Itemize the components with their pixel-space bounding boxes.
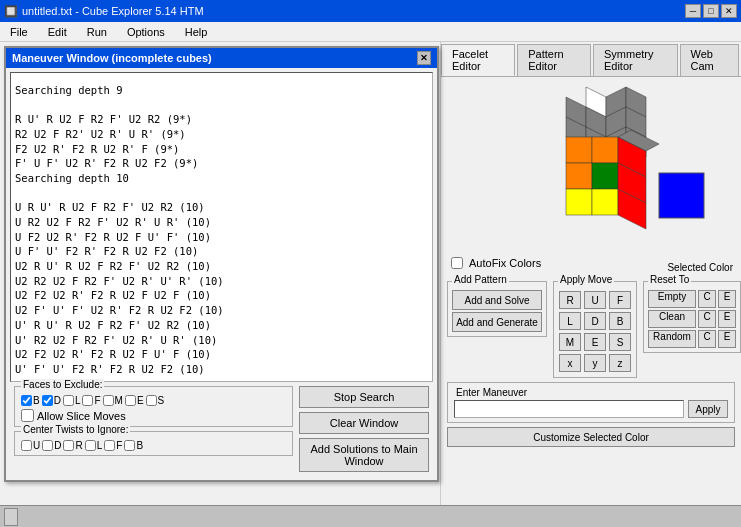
cb-m: M <box>103 395 123 406</box>
reset-clean-c[interactable]: C <box>698 310 716 328</box>
maneuver-log-area[interactable]: Using D-Face accelerator table.computati… <box>10 72 433 382</box>
selected-color-label-area: Selected Color <box>667 262 733 273</box>
cb-l-input[interactable] <box>63 395 74 406</box>
main-content: Maneuver Window (incomplete cubes) ✕ Usi… <box>0 42 741 527</box>
cc-u-input[interactable] <box>21 440 32 451</box>
tab-web-cam[interactable]: Web Cam <box>680 44 739 76</box>
allow-slice-label: Allow Slice Moves <box>37 410 126 422</box>
cb-d-input[interactable] <box>42 395 53 406</box>
window-title: untitled.txt - Cube Explorer 5.14 HTM <box>22 5 204 17</box>
reset-empty-e[interactable]: E <box>718 290 736 308</box>
cb-e-input[interactable] <box>125 395 136 406</box>
move-r[interactable]: R <box>559 291 581 309</box>
move-m[interactable]: M <box>559 333 581 351</box>
maneuver-window-title: Maneuver Window (incomplete cubes) <box>12 52 212 64</box>
cb-l: L <box>63 395 81 406</box>
move-u[interactable]: U <box>584 291 606 309</box>
reset-empty-btn[interactable]: Empty <box>648 290 696 308</box>
cb-b-input[interactable] <box>21 395 32 406</box>
reset-clean-btn[interactable]: Clean <box>648 310 696 328</box>
move-b[interactable]: B <box>609 312 631 330</box>
tab-symmetry-editor[interactable]: Symmetry Editor <box>593 44 678 76</box>
cc-b: B <box>124 440 143 451</box>
add-and-generate-button[interactable]: Add and Generate <box>452 312 542 332</box>
cc-d-input[interactable] <box>42 440 53 451</box>
menu-edit[interactable]: Edit <box>42 24 73 40</box>
cube-visual-area: AutoFix Colors Selected Color <box>441 77 741 277</box>
cc-b-input[interactable] <box>124 440 135 451</box>
allow-slice-input[interactable] <box>21 409 34 422</box>
reset-random-e[interactable]: E <box>718 330 736 348</box>
cc-d: D <box>42 440 61 451</box>
move-x[interactable]: x <box>559 354 581 372</box>
cb-s-input[interactable] <box>146 395 157 406</box>
cc-r-label: R <box>75 440 82 451</box>
maneuver-window-close[interactable]: ✕ <box>417 51 431 65</box>
cc-f-label: F <box>116 440 122 451</box>
maneuver-text-input[interactable] <box>454 400 684 418</box>
add-and-solve-button[interactable]: Add and Solve <box>452 290 542 310</box>
cb-l-label: L <box>75 395 81 406</box>
cc-f-input[interactable] <box>104 440 115 451</box>
move-z[interactable]: z <box>609 354 631 372</box>
cb-m-input[interactable] <box>103 395 114 406</box>
menu-file[interactable]: File <box>4 24 34 40</box>
apply-maneuver-button[interactable]: Apply <box>688 400 728 418</box>
right-tabs: Facelet Editor Pattern Editor Symmetry E… <box>441 42 741 77</box>
clear-window-button[interactable]: Clear Window <box>299 412 429 434</box>
menu-run[interactable]: Run <box>81 24 113 40</box>
minimize-button[interactable]: ─ <box>685 4 701 18</box>
cb-f-input[interactable] <box>82 395 93 406</box>
cc-u-label: U <box>33 440 40 451</box>
slice-row: Allow Slice Moves <box>21 409 286 422</box>
customize-color-button[interactable]: Customize Selected Color <box>447 427 735 447</box>
maneuver-input-row: Apply <box>454 400 728 418</box>
menu-options[interactable]: Options <box>121 24 171 40</box>
svg-rect-21 <box>659 173 704 218</box>
enter-maneuver-label: Enter Maneuver <box>454 387 728 398</box>
enter-maneuver-section: Enter Maneuver Apply <box>447 382 735 423</box>
reset-to-title: Reset To <box>648 274 691 285</box>
cb-s: S <box>146 395 165 406</box>
maneuver-right-buttons: Stop Search Clear Window Add Solutions t… <box>299 386 429 472</box>
reset-to-group: Reset To Empty C E Clean C E <box>643 281 741 353</box>
svg-rect-13 <box>566 189 592 215</box>
menu-bar: File Edit Run Options Help <box>0 22 741 42</box>
add-pattern-title: Add Pattern <box>452 274 509 285</box>
move-d[interactable]: D <box>584 312 606 330</box>
title-bar: 🔲 untitled.txt - Cube Explorer 5.14 HTM … <box>0 0 741 22</box>
maximize-button[interactable]: □ <box>703 4 719 18</box>
cc-l-input[interactable] <box>85 440 96 451</box>
cc-l-label: L <box>97 440 103 451</box>
taskbar-item[interactable] <box>4 508 18 526</box>
reset-random-btn[interactable]: Random <box>648 330 696 348</box>
tab-facelet-editor[interactable]: Facelet Editor <box>441 44 515 76</box>
reset-random-c[interactable]: C <box>698 330 716 348</box>
reset-clean-e[interactable]: E <box>718 310 736 328</box>
autofix-checkbox[interactable] <box>451 257 463 269</box>
cb-f-label: F <box>94 395 100 406</box>
move-f[interactable]: F <box>609 291 631 309</box>
add-pattern-group: Add Pattern Add and Solve Add and Genera… <box>447 281 547 337</box>
tab-pattern-editor[interactable]: Pattern Editor <box>517 44 591 76</box>
taskbar <box>0 505 741 527</box>
reset-empty-c[interactable]: C <box>698 290 716 308</box>
maneuver-bottom: Faces to Exclude: B D L <box>10 382 433 476</box>
close-button[interactable]: ✕ <box>721 4 737 18</box>
cb-m-label: M <box>115 395 123 406</box>
add-solutions-button[interactable]: Add Solutions to Main Window <box>299 438 429 472</box>
selected-color-text: Selected Color <box>667 262 733 273</box>
apply-move-group: Apply Move R U F L D B M E S x y z <box>553 281 637 378</box>
move-l[interactable]: L <box>559 312 581 330</box>
right-panel: Facelet Editor Pattern Editor Symmetry E… <box>440 42 741 527</box>
move-s[interactable]: S <box>609 333 631 351</box>
cc-f: F <box>104 440 122 451</box>
move-e[interactable]: E <box>584 333 606 351</box>
faces-to-exclude-group: Faces to Exclude: B D L <box>14 386 293 427</box>
cc-r-input[interactable] <box>63 440 74 451</box>
stop-search-button[interactable]: Stop Search <box>299 386 429 408</box>
cb-b: B <box>21 395 40 406</box>
menu-help[interactable]: Help <box>179 24 214 40</box>
move-y[interactable]: y <box>584 354 606 372</box>
autofix-row: AutoFix Colors <box>451 257 541 269</box>
